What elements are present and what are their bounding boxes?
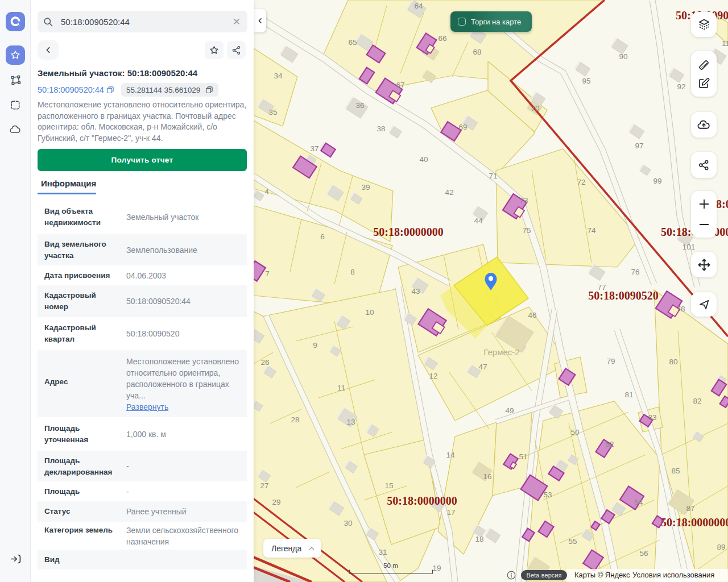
svg-text:8:00: 8:00 xyxy=(716,198,728,210)
svg-text:51: 51 xyxy=(519,452,527,461)
svg-text:50:18:0000000: 50:18:0000000 xyxy=(661,516,728,529)
svg-text:18: 18 xyxy=(475,535,483,543)
svg-text:50:18:0000000: 50:18:0000000 xyxy=(373,226,443,238)
svg-text:82: 82 xyxy=(693,397,701,405)
svg-text:47: 47 xyxy=(478,363,487,371)
svg-text:83: 83 xyxy=(648,413,656,422)
svg-text:36: 36 xyxy=(355,101,364,110)
svg-text:42: 42 xyxy=(445,188,453,197)
svg-text:56: 56 xyxy=(639,549,648,558)
svg-text:7: 7 xyxy=(265,269,270,278)
svg-text:38: 38 xyxy=(377,124,385,133)
svg-text:9: 9 xyxy=(313,341,317,350)
svg-text:53: 53 xyxy=(543,490,552,499)
svg-text:76: 76 xyxy=(631,268,639,276)
svg-text:44: 44 xyxy=(474,217,483,225)
svg-text:89: 89 xyxy=(717,543,725,551)
svg-text:78: 78 xyxy=(676,305,685,313)
svg-text:66: 66 xyxy=(438,34,446,43)
svg-text:67: 67 xyxy=(396,81,404,89)
svg-text:95: 95 xyxy=(582,77,590,85)
svg-text:50 m: 50 m xyxy=(383,562,398,569)
svg-text:6: 6 xyxy=(320,232,325,241)
svg-text:37: 37 xyxy=(310,144,318,153)
svg-text:35: 35 xyxy=(268,108,277,117)
svg-text:43: 43 xyxy=(411,287,420,296)
svg-text:28: 28 xyxy=(291,415,299,424)
svg-text:4: 4 xyxy=(264,188,269,196)
svg-text:50: 50 xyxy=(570,428,579,436)
svg-text:27: 27 xyxy=(260,481,268,490)
svg-text:64: 64 xyxy=(414,2,423,10)
svg-text:34: 34 xyxy=(274,72,283,80)
svg-text:75: 75 xyxy=(522,226,531,235)
svg-text:80: 80 xyxy=(669,357,677,366)
svg-text:39: 39 xyxy=(361,183,370,192)
svg-text:87: 87 xyxy=(686,504,694,513)
svg-text:11: 11 xyxy=(722,39,728,48)
svg-text:8: 8 xyxy=(350,268,355,276)
svg-text:16: 16 xyxy=(483,472,491,481)
svg-text:Гермес-2: Гермес-2 xyxy=(483,347,519,357)
svg-text:31: 31 xyxy=(378,548,387,556)
svg-text:101: 101 xyxy=(682,243,696,251)
svg-text:46: 46 xyxy=(528,311,536,319)
svg-text:65: 65 xyxy=(348,38,357,47)
svg-text:13: 13 xyxy=(346,418,355,426)
svg-text:52: 52 xyxy=(605,440,614,448)
svg-text:68: 68 xyxy=(473,48,481,56)
svg-text:29: 29 xyxy=(272,498,280,506)
svg-text:70: 70 xyxy=(531,104,539,113)
svg-text:30: 30 xyxy=(344,519,352,527)
svg-text:26: 26 xyxy=(260,358,269,367)
svg-text:81: 81 xyxy=(624,390,633,399)
svg-text:72: 72 xyxy=(577,178,585,186)
svg-text:12: 12 xyxy=(429,372,437,380)
svg-text:55: 55 xyxy=(568,537,577,546)
svg-text:17: 17 xyxy=(446,508,455,517)
svg-text:73: 73 xyxy=(519,196,528,205)
svg-text:50:18:0000000: 50:18:0000000 xyxy=(387,494,457,507)
svg-text:11: 11 xyxy=(337,384,345,392)
svg-text:90: 90 xyxy=(619,52,627,61)
svg-text:49: 49 xyxy=(505,406,514,415)
svg-text:79: 79 xyxy=(606,357,615,365)
svg-text:85: 85 xyxy=(671,467,680,475)
svg-text:71: 71 xyxy=(489,172,497,180)
svg-text:99: 99 xyxy=(653,177,661,185)
svg-text:50:18:0090520: 50:18:0090520 xyxy=(588,289,658,302)
svg-text:54: 54 xyxy=(634,498,643,506)
svg-text:15: 15 xyxy=(384,481,393,490)
svg-text:74: 74 xyxy=(587,226,596,235)
svg-text:40: 40 xyxy=(419,155,428,164)
svg-text:97: 97 xyxy=(635,142,643,150)
svg-text:14: 14 xyxy=(446,451,455,459)
svg-text:10: 10 xyxy=(365,308,374,317)
svg-text:69: 69 xyxy=(458,123,467,131)
svg-text:92: 92 xyxy=(677,82,685,91)
